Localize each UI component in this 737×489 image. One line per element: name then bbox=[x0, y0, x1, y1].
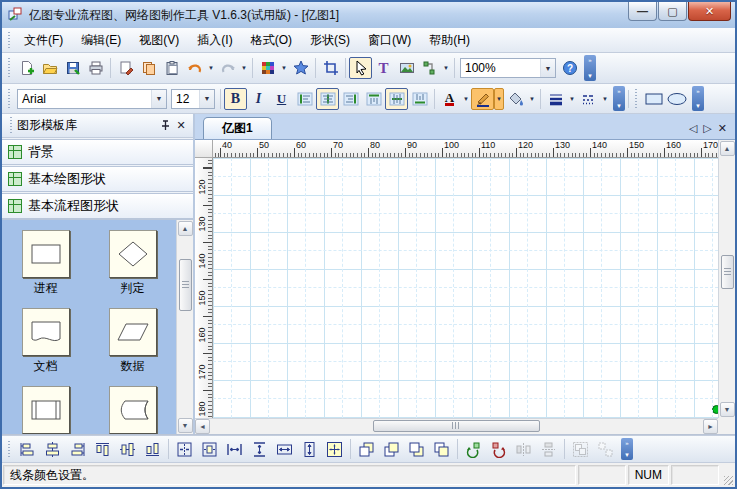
flip-horizontal-button[interactable] bbox=[511, 438, 536, 460]
fill-color-button[interactable] bbox=[504, 88, 527, 110]
text-tool-button[interactable]: T bbox=[372, 57, 395, 79]
connector-tool-button[interactable] bbox=[418, 57, 441, 79]
line-weight-button[interactable] bbox=[544, 88, 567, 110]
toolbar-grip[interactable] bbox=[7, 32, 12, 49]
menu-shape[interactable]: 形状(S) bbox=[301, 29, 359, 52]
font-combobox[interactable]: Arial ▼ bbox=[17, 89, 167, 109]
bold-button[interactable]: B bbox=[224, 88, 247, 110]
color-schemes-dropdown[interactable]: ▼ bbox=[279, 57, 289, 79]
toolbar-overflow-button[interactable]: »▼ bbox=[613, 86, 625, 111]
scroll-up-icon[interactable]: ▲ bbox=[720, 141, 735, 156]
save-button[interactable] bbox=[61, 57, 84, 79]
line-style-button[interactable] bbox=[577, 88, 600, 110]
minimize-button[interactable]: — bbox=[628, 2, 657, 21]
crop-button[interactable] bbox=[319, 57, 342, 79]
undo-dropdown[interactable]: ▼ bbox=[206, 57, 216, 79]
document-tab[interactable]: 亿图1 bbox=[203, 117, 272, 139]
align-shapes-right-button[interactable] bbox=[65, 438, 90, 460]
toolbar-overflow-button[interactable]: »▼ bbox=[584, 55, 596, 81]
connector-dropdown[interactable]: ▼ bbox=[441, 57, 451, 79]
toolbar-grip[interactable] bbox=[634, 89, 639, 108]
align-shapes-top-button[interactable] bbox=[90, 438, 115, 460]
redo-button[interactable] bbox=[216, 57, 239, 79]
toolbar-grip[interactable] bbox=[7, 58, 12, 78]
menu-window[interactable]: 窗口(W) bbox=[359, 29, 420, 52]
align-top-button[interactable] bbox=[362, 88, 385, 110]
resize-grip[interactable] bbox=[720, 463, 735, 487]
space-across-button[interactable] bbox=[222, 438, 247, 460]
panel-scrollbar[interactable]: ▲ ▼ bbox=[176, 220, 193, 434]
line-style-dropdown[interactable]: ▼ bbox=[600, 88, 610, 110]
menu-insert[interactable]: 插入(I) bbox=[188, 29, 241, 52]
page-setup-button[interactable] bbox=[114, 57, 137, 79]
menu-file[interactable]: 文件(F) bbox=[15, 29, 72, 52]
undo-button[interactable] bbox=[183, 57, 206, 79]
drawing-canvas[interactable] bbox=[213, 158, 718, 418]
scroll-right-icon[interactable]: ► bbox=[703, 419, 718, 434]
pointer-tool-button[interactable] bbox=[349, 57, 372, 79]
pin-icon[interactable] bbox=[157, 118, 173, 134]
shape-predefined-process[interactable]: 预先定义的进程 bbox=[4, 386, 88, 434]
same-height-button[interactable] bbox=[297, 438, 322, 460]
artistic-effect-button[interactable] bbox=[289, 57, 312, 79]
chevron-down-icon[interactable]: ▼ bbox=[540, 59, 555, 77]
open-button[interactable] bbox=[38, 57, 61, 79]
panel-close-icon[interactable]: ✕ bbox=[173, 118, 189, 134]
line-color-button[interactable] bbox=[471, 88, 494, 110]
new-document-button[interactable] bbox=[15, 57, 38, 79]
close-button[interactable]: ✕ bbox=[688, 2, 731, 21]
fill-color-dropdown[interactable]: ▼ bbox=[527, 88, 537, 110]
print-button[interactable] bbox=[84, 57, 107, 79]
chevron-down-icon[interactable]: ▼ bbox=[151, 90, 166, 108]
tab-close-icon[interactable]: ✕ bbox=[718, 122, 727, 135]
toolbar-overflow-button[interactable]: »▼ bbox=[621, 438, 633, 460]
toolbar-grip[interactable] bbox=[7, 441, 12, 458]
line-weight-dropdown[interactable]: ▼ bbox=[567, 88, 577, 110]
scroll-up-icon[interactable]: ▲ bbox=[178, 221, 193, 236]
send-to-back-button[interactable] bbox=[429, 438, 454, 460]
font-size-combobox[interactable]: 12 ▼ bbox=[171, 89, 215, 109]
scroll-left-icon[interactable]: ◄ bbox=[195, 419, 210, 434]
shape-document[interactable]: 文档 bbox=[4, 308, 88, 374]
send-backward-button[interactable] bbox=[404, 438, 429, 460]
italic-button[interactable]: I bbox=[247, 88, 270, 110]
tab-prev-icon[interactable]: ◁ bbox=[689, 122, 697, 135]
redo-dropdown[interactable]: ▼ bbox=[239, 57, 249, 79]
menu-format[interactable]: 格式(O) bbox=[242, 29, 301, 52]
scroll-thumb[interactable] bbox=[373, 420, 541, 432]
same-size-button[interactable] bbox=[322, 438, 347, 460]
zoom-combobox[interactable]: 100% ▼ bbox=[460, 58, 556, 78]
align-middle-button[interactable] bbox=[385, 88, 408, 110]
ellipse-shape-button[interactable] bbox=[665, 88, 689, 110]
same-width-button[interactable] bbox=[272, 438, 297, 460]
canvas-vscrollbar[interactable]: ▲ ▼ bbox=[718, 140, 735, 418]
maximize-button[interactable]: ▢ bbox=[658, 2, 687, 21]
space-down-button[interactable] bbox=[247, 438, 272, 460]
ungroup-button[interactable] bbox=[593, 438, 618, 460]
align-shapes-center-button[interactable] bbox=[40, 438, 65, 460]
menu-view[interactable]: 视图(V) bbox=[130, 29, 188, 52]
group-basic-drawing-shapes[interactable]: 基本绘图形状 bbox=[2, 166, 193, 192]
scroll-thumb[interactable] bbox=[179, 259, 192, 311]
tab-next-icon[interactable]: ▷ bbox=[703, 122, 711, 135]
scroll-down-icon[interactable]: ▼ bbox=[720, 402, 735, 417]
canvas-hscrollbar[interactable]: ◄ ► bbox=[195, 418, 718, 434]
shape-decision[interactable]: 判定 bbox=[91, 230, 175, 296]
align-left-button[interactable] bbox=[293, 88, 316, 110]
scroll-down-icon[interactable]: ▼ bbox=[178, 418, 193, 433]
rotate-left-button[interactable] bbox=[461, 438, 486, 460]
center-horizontally-button[interactable] bbox=[172, 438, 197, 460]
toolbar-grip[interactable] bbox=[7, 89, 12, 108]
bring-to-front-button[interactable] bbox=[379, 438, 404, 460]
rotate-right-button[interactable] bbox=[486, 438, 511, 460]
shape-data[interactable]: 数据 bbox=[91, 308, 175, 374]
panel-grip[interactable] bbox=[9, 117, 14, 133]
align-center-button[interactable] bbox=[316, 88, 339, 110]
insert-picture-button[interactable] bbox=[395, 57, 418, 79]
font-color-button[interactable]: A bbox=[438, 88, 461, 110]
font-color-dropdown[interactable]: ▼ bbox=[461, 88, 471, 110]
toolbar-overflow-button[interactable]: »▼ bbox=[692, 86, 704, 111]
menu-edit[interactable]: 编辑(E) bbox=[72, 29, 130, 52]
copy-button[interactable] bbox=[137, 57, 160, 79]
shape-stored-data[interactable]: 存储数据 bbox=[91, 386, 175, 434]
